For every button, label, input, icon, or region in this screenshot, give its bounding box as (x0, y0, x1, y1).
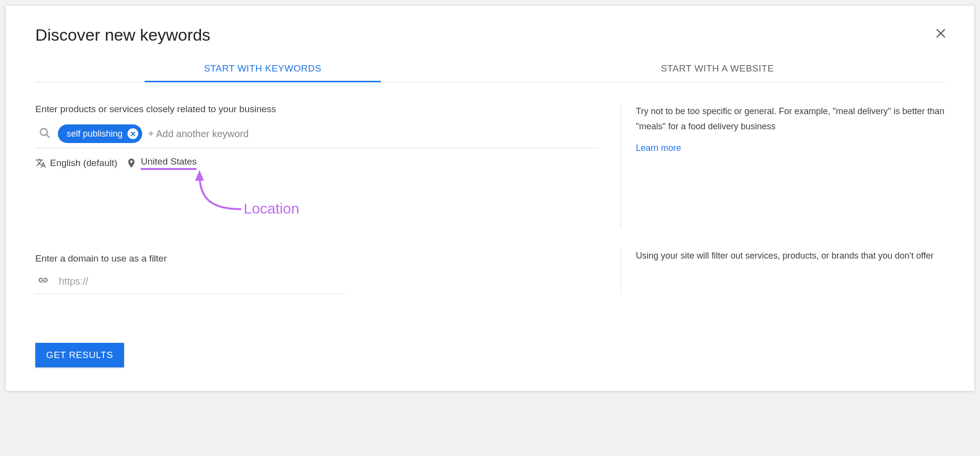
domain-tip-text: Using your site will filter out services… (636, 248, 945, 264)
annotation-label: Location (244, 200, 299, 217)
get-results-button[interactable]: GET RESULTS (35, 343, 124, 367)
domain-placeholder: https:// (59, 276, 88, 287)
search-icon (38, 126, 51, 141)
language-selector[interactable]: English (default) (35, 158, 117, 168)
tab-start-with-website[interactable]: START WITH A WEBSITE (490, 56, 945, 82)
keyword-chip-label: self publishing (67, 129, 123, 139)
location-label: United States (141, 156, 197, 170)
keywords-field-label: Enter products or services closely relat… (35, 104, 599, 115)
annotation-arrow-icon (163, 170, 246, 224)
add-keyword-placeholder[interactable]: + Add another keyword (148, 128, 249, 140)
keyword-input-row[interactable]: self publishing ✕ + Add another keyword (35, 121, 599, 148)
remove-keyword-button[interactable]: ✕ (127, 128, 138, 139)
domain-tip-panel: Using your site will filter out services… (621, 248, 945, 294)
location-selector[interactable]: United States (126, 156, 197, 170)
keywords-tip-text: Try not to be too specific or general. F… (636, 104, 945, 134)
translate-icon (35, 158, 46, 168)
tab-start-with-keywords[interactable]: START WITH KEYWORDS (35, 56, 490, 82)
learn-more-link[interactable]: Learn more (636, 141, 681, 156)
keyword-planner-card: Discover new keywords START WITH KEYWORD… (6, 6, 974, 391)
language-label: English (default) (50, 158, 117, 168)
tab-bar: START WITH KEYWORDS START WITH A WEBSITE (35, 56, 945, 82)
close-button[interactable] (934, 26, 948, 42)
link-icon (36, 275, 50, 288)
location-pin-icon (126, 158, 137, 168)
svg-line-3 (47, 135, 50, 138)
domain-field-label: Enter a domain to use as a filter (35, 253, 599, 264)
language-location-row: English (default) United States (35, 152, 599, 170)
keyword-chip[interactable]: self publishing ✕ (58, 124, 142, 143)
close-icon (934, 26, 948, 40)
svg-point-2 (40, 128, 47, 135)
domain-input-row[interactable]: https:// (35, 271, 346, 294)
annotation-overlay: Location (35, 170, 599, 229)
page-title: Discover new keywords (35, 25, 945, 45)
keywords-tip-panel: Try not to be too specific or general. F… (621, 104, 945, 229)
